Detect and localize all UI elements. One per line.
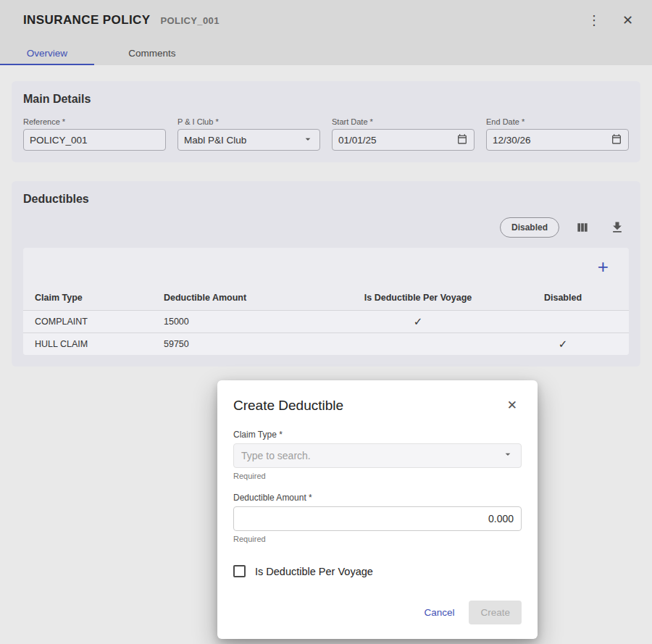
table-header-row: Claim Type Deductible Amount Is Deductib… (23, 285, 629, 310)
column-header-deductible-amount[interactable]: Deductible Amount (164, 293, 327, 303)
main-details-title: Main Details (23, 93, 629, 106)
deductibles-table: + Claim Type Deductible Amount Is Deduct… (23, 248, 629, 355)
cell-deductible-amount: 15000 (164, 317, 327, 327)
end-date-input-wrap (486, 129, 629, 151)
insurance-policy-window: INSURANCE POLICY POLICY_001 ⋮ ✕ Overview… (0, 0, 652, 382)
tab-overview-label: Overview (27, 48, 67, 59)
columns-icon[interactable] (571, 216, 594, 239)
cell-claim-type: HULL CLAIM (35, 339, 164, 349)
tab-comments[interactable]: Comments (94, 41, 210, 65)
disabled-filter-button[interactable]: Disabled (500, 217, 559, 238)
table-actions: + (23, 248, 629, 285)
cancel-button[interactable]: Cancel (419, 601, 459, 624)
dialog-title: Create Deductible (233, 398, 343, 414)
add-deductible-button[interactable]: + (598, 257, 609, 276)
chevron-down-icon (302, 133, 314, 147)
deductibles-toolbar: Disabled (23, 216, 629, 239)
dialog-footer: Cancel Create (233, 601, 522, 624)
policy-id: POLICY_001 (160, 15, 219, 26)
end-date-label: End Date * (486, 117, 629, 126)
page-title: INSURANCE POLICY (23, 13, 150, 28)
end-date-input[interactable] (493, 135, 611, 146)
start-date-label: Start Date * (332, 117, 475, 126)
deductible-amount-helper: Required (233, 535, 522, 543)
cell-claim-type: COMPLAINT (35, 317, 164, 327)
kebab-menu-icon[interactable]: ⋮ (583, 9, 605, 31)
main-details-fields: Reference * P & I Club * Mabl P&I Club S… (23, 117, 629, 151)
column-header-is-deductible-per-voyage[interactable]: Is Deductible Per Voyage (327, 293, 509, 303)
column-header-disabled[interactable]: Disabled (509, 293, 617, 303)
column-header-claim-type[interactable]: Claim Type (35, 293, 164, 303)
create-button[interactable]: Create (469, 601, 522, 624)
checkbox-unchecked-icon[interactable] (233, 565, 246, 577)
content-area: Main Details Reference * P & I Club * Ma… (0, 65, 652, 382)
reference-field: Reference * (23, 117, 166, 151)
pi-club-field: P & I Club * Mabl P&I Club (177, 117, 320, 151)
claim-type-select[interactable]: Type to search. (233, 443, 522, 468)
download-icon[interactable] (606, 216, 629, 239)
dialog-close-icon[interactable]: ✕ (503, 393, 522, 417)
deductibles-title: Deductibles (23, 193, 629, 206)
cell-deductible-amount: 59750 (164, 339, 327, 349)
cell-is-deductible-per-voyage-check: ✓ (327, 315, 509, 328)
chevron-down-icon (502, 448, 514, 463)
claim-type-placeholder: Type to search. (241, 450, 311, 461)
table-row[interactable]: HULL CLAIM 59750 ✓ (23, 333, 629, 355)
dialog-header: Create Deductible ✕ (233, 393, 522, 417)
tab-bar: Overview Comments (0, 41, 652, 65)
calendar-icon[interactable] (456, 133, 468, 147)
deductible-amount-label: Deductible Amount * (233, 493, 522, 503)
table-row[interactable]: COMPLAINT 15000 ✓ (23, 310, 629, 333)
end-date-field: End Date * (486, 117, 629, 151)
start-date-input-wrap (332, 129, 475, 151)
claim-type-label: Claim Type * (233, 430, 522, 440)
window-header: INSURANCE POLICY POLICY_001 ⋮ ✕ Overview… (0, 0, 652, 65)
cell-disabled-check: ✓ (509, 338, 617, 351)
deductible-amount-input[interactable] (233, 506, 522, 531)
main-details-section: Main Details Reference * P & I Club * Ma… (12, 81, 640, 162)
reference-label: Reference * (23, 117, 166, 126)
deductibles-section: Deductibles Disabled + Claim Type Deduct… (12, 181, 640, 367)
checkbox-label: Is Deductible Per Voyage (255, 566, 373, 577)
tab-comments-label: Comments (128, 48, 175, 59)
start-date-input[interactable] (338, 135, 456, 146)
pi-club-select[interactable]: Mabl P&I Club (177, 129, 320, 151)
pi-club-label: P & I Club * (177, 117, 320, 126)
claim-type-helper: Required (233, 472, 522, 480)
pi-club-value: Mabl P&I Club (184, 135, 302, 146)
start-date-field: Start Date * (332, 117, 475, 151)
calendar-icon[interactable] (611, 133, 622, 147)
tab-overview[interactable]: Overview (0, 41, 94, 65)
close-icon[interactable]: ✕ (618, 9, 638, 31)
reference-input[interactable] (23, 129, 166, 151)
create-deductible-dialog: Create Deductible ✕ Claim Type * Type to… (217, 380, 538, 639)
is-deductible-per-voyage-checkbox-row[interactable]: Is Deductible Per Voyage (233, 565, 522, 577)
